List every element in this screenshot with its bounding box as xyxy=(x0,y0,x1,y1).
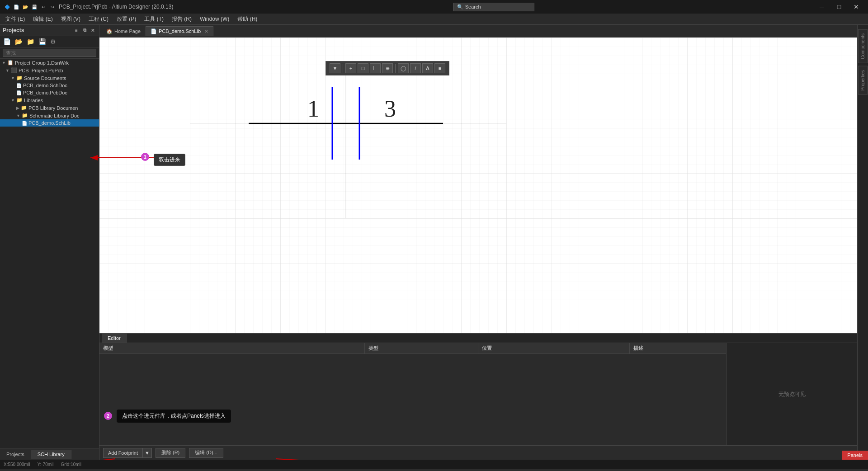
open-project-btn[interactable]: 📂 xyxy=(14,38,24,46)
menubar: 文件 (E) 编辑 (E) 视图 (V) 工程 (C) 放置 (P) 工具 (T… xyxy=(0,14,868,25)
undo-icon[interactable]: ↩ xyxy=(40,3,47,10)
expand-icon: ▼ xyxy=(16,113,20,118)
redo-icon[interactable]: ↪ xyxy=(49,3,56,10)
filter-btn[interactable]: ▼ xyxy=(330,63,340,73)
tree-item-source-docs[interactable]: ▼ 📁 Source Documents xyxy=(0,74,99,82)
select-btn[interactable]: ⊢ xyxy=(370,63,381,73)
save-icon[interactable]: 💾 xyxy=(31,3,38,10)
right-panel: Components Properties xyxy=(857,25,868,460)
tree-item-label: PCB_demo.SchDoc xyxy=(23,83,67,88)
tree-item-libraries[interactable]: ▼ 📁 Libraries xyxy=(0,96,99,104)
line-btn[interactable]: / xyxy=(410,63,421,73)
tab-close-icon[interactable]: ✕ xyxy=(204,28,208,34)
tab-schlib[interactable]: 📄 PCB_demo.SchLib ✕ xyxy=(146,26,213,36)
erase-btn[interactable]: ◯ xyxy=(398,63,409,73)
tree-item-schlib-file[interactable]: 📄 PCB_demo.SchLib xyxy=(0,119,99,127)
tree-item-label: Schematic Library Doc xyxy=(29,113,80,118)
home-tab-icon: 🏠 xyxy=(106,28,113,34)
settings-btn[interactable]: ⚙ xyxy=(49,38,57,46)
panels-button[interactable]: Panels xyxy=(842,451,868,460)
title-left: 🔷 📄 📂 💾 ↩ ↪ PCB_Project.PrjPcb - Altium … xyxy=(4,3,173,10)
add-btn[interactable]: + xyxy=(345,63,356,73)
add-footprint-label[interactable]: Add Footprint xyxy=(104,448,143,457)
right-panel-properties[interactable]: Properties xyxy=(858,66,868,95)
sch-file-icon: 📄 xyxy=(16,83,22,88)
canvas-area[interactable]: 1 3 xyxy=(99,38,857,333)
tab-label: Home Page xyxy=(114,28,141,34)
open-icon[interactable]: 📂 xyxy=(22,3,29,10)
text-btn[interactable]: A xyxy=(422,63,433,73)
save-project-btn[interactable]: 💾 xyxy=(37,38,47,46)
app-icon: 🔷 xyxy=(4,3,11,10)
new-icon[interactable]: 📄 xyxy=(13,3,20,10)
project-tree: ▼ 📋 Project Group 1.DsnWrk ▼ ⬛ PCB_Proje… xyxy=(0,59,99,448)
right-panel-components[interactable]: Components xyxy=(858,29,868,63)
tree-item-pcblib[interactable]: ▶ 📁 PCB Library Documen xyxy=(0,104,99,112)
menu-tools[interactable]: 工具 (T) xyxy=(141,14,167,24)
search-label: Search xyxy=(465,4,481,9)
col-model: 模型 xyxy=(99,343,364,354)
minimize-button[interactable]: ─ xyxy=(814,0,830,14)
search-icon: 🔍 xyxy=(457,4,463,10)
panel-header-icons: ≡ ⧉ ✕ xyxy=(73,27,96,34)
folder-icon: 📁 xyxy=(16,75,23,81)
add-footprint-dropdown-arrow[interactable]: ▼ xyxy=(143,448,151,457)
search-input[interactable] xyxy=(3,49,96,57)
tab-sch-library[interactable]: SCH Library xyxy=(31,450,71,459)
delete-button[interactable]: 删除 (R) xyxy=(156,448,185,458)
expand-icon: ▼ xyxy=(11,76,15,80)
new-project-btn[interactable]: 📄 xyxy=(2,38,12,46)
no-preview-text: 无预览可见 xyxy=(778,391,806,398)
projects-search[interactable] xyxy=(0,47,99,59)
svg-rect-1 xyxy=(99,38,857,333)
search-bar[interactable]: 🔍 Search xyxy=(453,3,534,11)
maximize-button[interactable]: □ xyxy=(831,0,847,14)
tab-home-page[interactable]: 🏠 Home Page xyxy=(101,26,146,36)
editor-tab-bar: Editor xyxy=(99,334,857,343)
add-existing-btn[interactable]: 📁 xyxy=(25,38,36,46)
menu-place[interactable]: 放置 (P) xyxy=(113,14,140,24)
bottom-tabs: Projects SCH Library xyxy=(0,448,99,460)
tree-item-group[interactable]: ▼ 📋 Project Group 1.DsnWrk xyxy=(0,59,99,66)
coord-x: X:550.000mil xyxy=(4,462,30,467)
tab-projects[interactable]: Projects xyxy=(0,450,31,459)
tree-item-schdoc[interactable]: 📄 PCB_demo.SchDoc xyxy=(0,82,99,89)
rect-btn[interactable]: □ xyxy=(358,63,368,73)
menu-project[interactable]: 工程 (C) xyxy=(85,14,112,24)
add-footprint-button[interactable]: Add Footprint ▼ xyxy=(103,448,152,458)
panel-close-icon[interactable]: ✕ xyxy=(89,27,96,34)
group-icon: 📋 xyxy=(7,60,14,66)
panel-float-icon[interactable]: ⧉ xyxy=(81,27,88,34)
main-layout: Projects ≡ ⧉ ✕ 📄 📂 📁 💾 ⚙ ▼ 📋 Project Gro… xyxy=(0,25,868,460)
tree-item-label: PCB_Project.PrjPcb xyxy=(19,68,63,73)
menu-view[interactable]: 视图 (V) xyxy=(57,14,84,24)
title-icons: 🔷 📄 📂 💾 ↩ ↪ xyxy=(4,3,56,10)
expand-icon: ▼ xyxy=(2,61,6,65)
menu-report[interactable]: 报告 (R) xyxy=(168,14,195,24)
tree-item-pcbdoc[interactable]: 📄 PCB_demo.PcbDoc xyxy=(0,89,99,96)
step1-text: 双击进来 xyxy=(159,156,180,163)
tree-item-schlibdoc[interactable]: ▼ 📁 Schematic Library Doc xyxy=(0,112,99,119)
editor-area: 🏠 Home Page 📄 PCB_demo.SchLib ✕ ▼ + □ ⊢ … xyxy=(99,25,857,460)
menu-window[interactable]: Window (W) xyxy=(196,15,233,23)
titlebar: 🔷 📄 📂 💾 ↩ ↪ PCB_Project.PrjPcb - Altium … xyxy=(0,0,868,14)
menu-file[interactable]: 文件 (E) xyxy=(2,14,28,24)
schlib-tab-icon: 📄 xyxy=(151,28,157,34)
no-preview-panel: 无预览可见 xyxy=(726,343,857,445)
svg-text:1: 1 xyxy=(307,96,319,122)
schematic-canvas: 1 3 xyxy=(99,38,857,333)
window-title: PCB_Project.PrjPcb - Altium Designer (20… xyxy=(59,4,173,10)
panel-menu-icon[interactable]: ≡ xyxy=(73,27,80,34)
tree-item-pcb-project[interactable]: ▼ ⬛ PCB_Project.PrjPcb xyxy=(0,66,99,74)
edit-button[interactable]: 编辑 (D)... xyxy=(189,448,223,458)
editor-tab-editor[interactable]: Editor xyxy=(102,334,127,343)
snap-btn[interactable]: ⊕ xyxy=(382,63,393,73)
fill-btn[interactable]: ■ xyxy=(434,63,445,73)
projects-toolbar: 📄 📂 📁 💾 ⚙ xyxy=(0,36,99,47)
schlib-folder-icon: 📁 xyxy=(22,113,28,118)
close-button[interactable]: ✕ xyxy=(848,0,864,14)
menu-help[interactable]: 帮助 (H) xyxy=(234,14,261,24)
tree-item-label: Libraries xyxy=(24,98,43,103)
menu-edit[interactable]: 编辑 (E) xyxy=(29,14,56,24)
pcb-file-icon: 📄 xyxy=(16,90,22,95)
